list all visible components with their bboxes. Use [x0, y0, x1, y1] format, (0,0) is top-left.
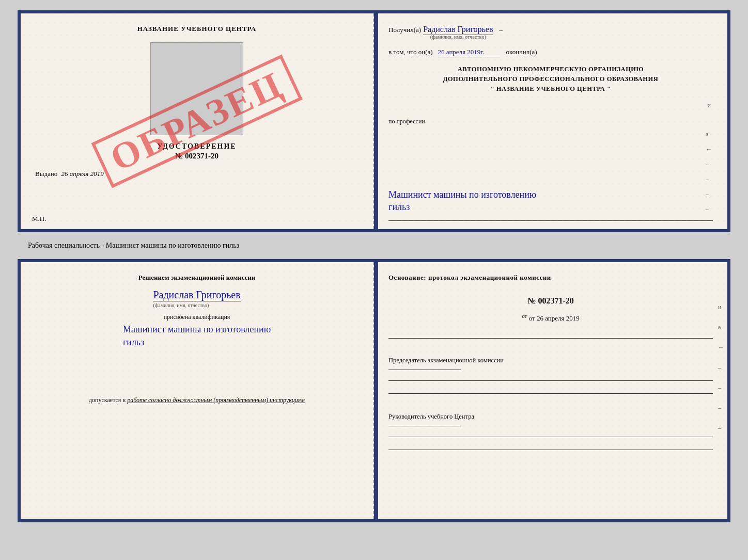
leader-block: Руководитель учебного Центра	[388, 411, 713, 427]
side-mark-i: и	[708, 102, 711, 109]
top-certificate: НАЗВАНИЕ УЧЕБНОГО ЦЕНТРА УДОСТОВЕРЕНИЕ №…	[18, 10, 730, 232]
bot-side-arrow: ←	[718, 344, 724, 351]
bot-side-a: а	[718, 324, 724, 331]
finished-label: окончил(а)	[506, 48, 537, 56]
in-that-row: в том, что он(а) 26 апреля 2019г. окончи…	[388, 48, 713, 57]
profession-label: по профессии	[388, 118, 713, 125]
side-dash1: –	[706, 161, 712, 168]
dopusk-italic: работе согласно должностным (производств…	[127, 396, 305, 404]
bot-side-d1: –	[718, 364, 724, 372]
dopusk-label: допускается к	[89, 396, 126, 404]
bot-underline3	[388, 393, 713, 394]
bot-underline1	[388, 338, 713, 339]
udost-title: УДОСТОВЕРЕНИЕ	[157, 142, 236, 151]
vydano-label: Выдано	[35, 170, 57, 178]
bottom-certificate: Решением экзаменационной комиссии Радисл…	[18, 259, 730, 522]
in-that-label: в том, что он(а)	[388, 48, 433, 56]
leader-sig-line	[388, 426, 461, 426]
bot-underline2	[388, 380, 713, 381]
received-label: Получил(а)	[388, 26, 421, 34]
dopusk-block: допускается к работе согласно должностны…	[89, 396, 305, 404]
vydano-line: Выдано 26 апреля 2019	[35, 170, 104, 178]
bottom-name-sub: (фамилия, имя, отчество)	[153, 302, 209, 308]
bot-side-d2: –	[718, 384, 724, 392]
bottom-name: Радислав Григорьев	[153, 289, 240, 301]
udost-num: № 002371-20	[157, 152, 236, 161]
side-dash2: –	[706, 175, 712, 183]
bot-underline4	[388, 437, 713, 437]
side-dash4: –	[706, 205, 712, 213]
vydano-date: 26 апреля 2019	[61, 170, 104, 178]
decision-title: Решением экзаменационной комиссии	[138, 274, 256, 282]
side-dash3: –	[706, 190, 712, 198]
top-school-name: НАЗВАНИЕ УЧЕБНОГО ЦЕНТРА	[137, 25, 257, 33]
udost-block: УДОСТОВЕРЕНИЕ № 002371-20	[157, 142, 236, 161]
top-cert-left: НАЗВАНИЕ УЧЕБНОГО ЦЕНТРА УДОСТОВЕРЕНИЕ №…	[21, 13, 374, 229]
recipient-name: Радислав Григорьев	[423, 25, 493, 35]
profession-value1: Машинист машины по изготовлению	[388, 189, 536, 201]
received-row: Получил(а) Радислав Григорьев (фамилия, …	[388, 25, 713, 40]
date-line: от от 26 апреля 2019	[388, 313, 713, 323]
leader-label: Руководитель учебного Центра	[388, 411, 713, 422]
assigned-label: присвоена квалификация	[164, 313, 230, 321]
org-block: АВТОНОМНУЮ НЕКОММЕРЧЕСКУЮ ОРГАНИЗАЦИЮ ДО…	[388, 65, 713, 93]
org-line2: ДОПОЛНИТЕЛЬНОГО ПРОФЕССИОНАЛЬНОГО ОБРАЗО…	[388, 74, 713, 84]
osnov-title: Основание: протокол экзаменационной коми…	[388, 274, 713, 282]
bottom-cert-left: Решением экзаменационной комиссии Радисл…	[21, 262, 374, 519]
bot-side-d4: –	[718, 424, 724, 432]
protocol-num: № 002371-20	[388, 296, 713, 306]
name-sub-top: (фамилия, имя, отчество)	[430, 34, 486, 40]
specialty-caption: Рабочая специальность - Машинист машины …	[28, 242, 239, 250]
mp-label: М.П.	[32, 215, 46, 223]
dash-1: –	[500, 26, 503, 34]
side-a: а	[706, 131, 712, 138]
top-cert-right: Получил(а) Радислав Григорьев (фамилия, …	[374, 13, 727, 229]
org-line1: АВТОНОМНУЮ НЕКОММЕРЧЕСКУЮ ОРГАНИЗАЦИЮ	[388, 65, 713, 74]
side-arrow: ←	[706, 146, 712, 153]
stamp-area	[150, 42, 243, 135]
bottom-cert-right: Основание: протокол экзаменационной коми…	[374, 262, 727, 519]
qual-value1: Машинист машины по изготовлению	[123, 323, 271, 336]
bot-side-i: и	[718, 303, 724, 311]
chairman-sig-line	[388, 370, 461, 370]
qual-value2: гильз	[123, 336, 271, 349]
chairman-block: Председатель экзаменационной комиссии	[388, 355, 713, 371]
date-value: от 26 апреля 2019	[529, 314, 580, 322]
chairman-label: Председатель экзаменационной комиссии	[388, 355, 713, 365]
completion-date: 26 апреля 2019г.	[438, 48, 500, 57]
bot-underline5	[388, 450, 713, 450]
profession-value2: гильз	[388, 201, 536, 213]
org-line3: " НАЗВАНИЕ УЧЕБНОГО ЦЕНТРА "	[388, 84, 713, 94]
bot-side-d3: –	[718, 404, 724, 412]
